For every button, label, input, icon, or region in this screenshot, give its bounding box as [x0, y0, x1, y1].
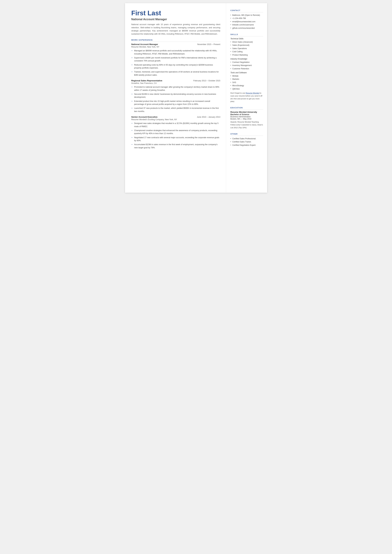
industry-skills-label: Industry Knowledge:	[231, 58, 263, 60]
industry-skills-list: Contract Negotiation Inventory Managemen…	[231, 61, 263, 70]
bullet-3-2: Championed creative strategies that enha…	[131, 129, 220, 135]
skill-customer-retention: Customer Retention	[231, 67, 263, 70]
contact-item-location: Baltimore, MD (Open to Remote)	[231, 14, 263, 17]
skill-microstrategy: MicroStrategy	[231, 84, 263, 87]
tools-skills-label: Tools and Software:	[231, 71, 263, 74]
job-block-1: National Account Manager November 2015 –…	[131, 43, 220, 77]
skills-note-before: Don't forget to use	[231, 92, 246, 94]
job-dates-3: June 2010 – January 2013	[197, 116, 220, 118]
education-section: EDUCATION Resume Worded University Bache…	[231, 107, 263, 129]
job-company-2: Growthsi, San Francisco, CA	[131, 82, 220, 84]
other-section: OTHER Certified Sales Professional. Cert…	[231, 133, 263, 147]
job-title-1: National Account Manager	[131, 43, 158, 45]
job-bullets-2: Promoted to national account manager aft…	[131, 86, 220, 113]
job-header-2: Regional Sales Representative February 2…	[131, 79, 220, 82]
candidate-name: First Last	[131, 9, 220, 17]
bullet-1-4: Trained, mentored, and supervised the op…	[131, 70, 220, 77]
bullet-2-3: Extended product line into 15 high-profi…	[131, 100, 220, 106]
education-header: EDUCATION	[231, 107, 263, 110]
resume-document: First Last National Account Manager Nati…	[125, 3, 267, 193]
job-title-2: Regional Sales Representative	[131, 79, 162, 82]
skills-note: Don't forget to use Resume Worded to sca…	[231, 92, 263, 103]
job-bullets-1: Managed an $800M revenue portfolio and s…	[131, 49, 220, 77]
job-dates-1: November 2015 – Present	[197, 43, 220, 45]
contact-item-phone: +1-234-456-789	[231, 17, 263, 20]
job-block-2: Regional Sales Representative February 2…	[131, 79, 220, 113]
edu-degree: Bachelor of Science	[231, 113, 263, 116]
other-item-1: Certified Sales Professional.	[231, 137, 263, 140]
left-column: First Last National Account Manager Nati…	[125, 3, 226, 193]
job-title-3: Senior Account Executive	[131, 116, 158, 118]
skill-direct-sales: Direct Sales (Advanced)	[231, 40, 263, 44]
bullet-3-1: Designed new sales strategies that resul…	[131, 122, 220, 128]
contact-item-email: email@resumeworded.com	[231, 20, 263, 23]
tools-skills-list: Minitab Marketo SAS MicroStrategy QlikVi…	[231, 74, 263, 91]
skill-product-marketing: Product Marketing	[231, 53, 263, 56]
skill-contract-negotiation: Contract Negotiation	[231, 61, 263, 64]
bullet-1-3: Reduced operating costs by 80% in 55 day…	[131, 63, 220, 70]
contact-header: CONTACT	[231, 9, 263, 12]
edu-school: Resume Worded University	[231, 111, 263, 113]
resume-worded-link[interactable]: Resume Worded	[246, 92, 259, 94]
contact-item-linkedin: linkedin.com/in/username	[231, 23, 263, 26]
skill-sas: SAS	[231, 81, 263, 84]
contact-item-github: github.com/resumeworded	[231, 27, 263, 30]
job-header-3: Senior Account Executive June 2010 – Jan…	[131, 116, 220, 118]
job-block-3: Senior Account Executive June 2010 – Jan…	[131, 116, 220, 149]
bullet-2-2: Secured $10M in new clients' businesses …	[131, 93, 220, 99]
candidate-summary: National account manager with 10 years o…	[131, 23, 220, 35]
right-column: CONTACT Baltimore, MD (Open to Remote) +…	[226, 3, 267, 193]
job-header-1: National Account Manager November 2015 –…	[131, 43, 220, 45]
work-experience-section: WORK EXPERIENCE National Account Manager…	[131, 39, 220, 149]
bullet-1-1: Managed an $800M revenue portfolio and s…	[131, 49, 220, 56]
job-bullets-3: Designed new sales strategies that resul…	[131, 122, 220, 149]
bullet-2-1: Promoted to national account manager aft…	[131, 86, 220, 92]
skill-inventory-management: Inventory Management	[231, 64, 263, 67]
other-item-3: Certified Negotiation Expert.	[231, 144, 263, 147]
skill-sales-ops: Sales Operations	[231, 47, 263, 50]
skill-cold-calling: Cold Calling	[231, 50, 263, 53]
skills-section: SKILLS Technical Skills: Direct Sales (A…	[231, 34, 263, 103]
technical-skills-label: Technical Skills:	[231, 38, 263, 40]
contact-section: CONTACT Baltimore, MD (Open to Remote) +…	[231, 9, 263, 30]
bullet-2-4: Launched 37 new products to the market, …	[131, 107, 220, 113]
bullet-3-4: Accumulated $23M in sales revenue in the…	[131, 143, 220, 149]
skill-minitab: Minitab	[231, 74, 263, 77]
job-company-3: Resume Worded's Exciting Company, New Yo…	[131, 119, 220, 121]
edu-location: Boston, MA — May 2010	[231, 118, 263, 120]
bullet-1-2: Supervised a $40K per month investment p…	[131, 56, 220, 63]
technical-skills-list: Direct Sales (Advanced) Sales (Experienc…	[231, 40, 263, 56]
bullet-3-3: Negotiated 17 new contracts with several…	[131, 136, 220, 142]
edu-awards: Awards: Resume Worded Teaching Fellow (o…	[231, 121, 263, 129]
skill-marketo: Marketo	[231, 77, 263, 81]
job-dates-2: February 2013 – October 2015	[193, 80, 220, 82]
job-company-1: Resume Worded, New York, NY	[131, 46, 220, 48]
contact-list: Baltimore, MD (Open to Remote) +1-234-45…	[231, 14, 263, 30]
candidate-title: National Account Manager	[131, 18, 220, 21]
skill-sales: Sales (Experienced)	[231, 44, 263, 47]
skill-qlikview: QlikView	[231, 87, 263, 91]
other-list: Certified Sales Professional. Certified …	[231, 137, 263, 147]
other-header: OTHER	[231, 133, 263, 136]
work-experience-header: WORK EXPERIENCE	[131, 39, 220, 42]
skills-header: SKILLS	[231, 34, 263, 36]
edu-field: Business Administration	[231, 116, 263, 118]
other-item-2: Certified Sales Trainer.	[231, 140, 263, 143]
